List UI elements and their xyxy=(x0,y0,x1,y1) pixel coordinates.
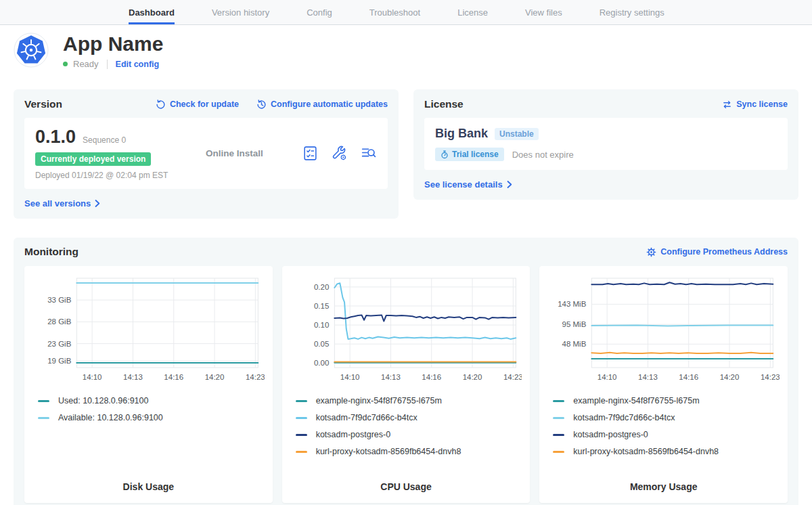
svg-text:14:10: 14:10 xyxy=(340,373,359,381)
svg-text:14:23: 14:23 xyxy=(503,373,522,381)
svg-text:14:16: 14:16 xyxy=(164,373,183,381)
legend-label: kotsadm-postgres-0 xyxy=(316,430,390,439)
license-card-title: License xyxy=(424,98,464,110)
legend-item: Used: 10.128.0.96:9100 xyxy=(38,396,265,405)
legend-label: kotsadm-7f9dc7d66c-b4tcx xyxy=(316,413,418,422)
svg-text:0.05: 0.05 xyxy=(314,340,329,348)
configure-automatic-updates-label: Configure automatic updates xyxy=(271,100,388,109)
clock-arrow-icon xyxy=(256,100,267,110)
check-for-update-label: Check for update xyxy=(170,100,239,109)
memory-usage-chart: 143 MiB95 MiB48 MiB14:1014:1314:1614:201… xyxy=(547,273,780,385)
version-number: 0.1.0 xyxy=(35,127,76,148)
tab-version-history[interactable]: Version history xyxy=(212,0,269,24)
current-version-box: 0.1.0 Sequence 0 Currently deployed vers… xyxy=(24,118,388,189)
legend-item: kotsadm-7f9dc7d66c-b4tcx xyxy=(296,413,522,422)
tab-dashboard[interactable]: Dashboard xyxy=(129,0,175,24)
status-text: Ready xyxy=(73,59,99,69)
chart-title: Memory Usage xyxy=(547,481,780,503)
sync-icon xyxy=(722,100,732,110)
legend-swatch xyxy=(553,417,564,419)
svg-text:14:13: 14:13 xyxy=(123,373,143,381)
cpu-usage-chart: 0.200.150.100.050.0014:1014:1314:1614:20… xyxy=(290,273,522,385)
svg-text:14:20: 14:20 xyxy=(205,373,225,381)
chart-card-cpu: 0.200.150.100.050.0014:1014:1314:1614:20… xyxy=(282,266,531,503)
tab-config[interactable]: Config xyxy=(307,0,332,24)
legend-item: Available: 10.128.0.96:9100 xyxy=(38,413,265,422)
legend-swatch xyxy=(296,400,307,402)
legend-swatch xyxy=(296,451,307,453)
svg-text:14:16: 14:16 xyxy=(679,373,699,381)
trial-license-label: Trial license xyxy=(452,150,499,159)
license-card: License Sync license xyxy=(413,89,798,200)
svg-text:19 GiB: 19 GiB xyxy=(47,357,71,365)
disk-usage-chart: 33 GiB28 GiB23 GiB19 GiB14:1014:1314:161… xyxy=(32,273,265,385)
monitoring-section: Monitoring xyxy=(14,238,798,505)
legend-label: kurl-proxy-kotsadm-8569fb6454-dnvh8 xyxy=(316,447,461,456)
svg-text:14:23: 14:23 xyxy=(761,373,780,381)
check-for-update-link[interactable]: Check for update xyxy=(156,100,239,110)
edit-config-wrench-icon[interactable] xyxy=(331,145,348,162)
svg-text:14:20: 14:20 xyxy=(720,373,740,381)
see-all-versions-link[interactable]: See all versions xyxy=(24,198,100,208)
svg-text:14:16: 14:16 xyxy=(422,373,441,381)
legend-swatch xyxy=(553,400,564,402)
tab-license[interactable]: License xyxy=(457,0,488,24)
version-sequence: Sequence 0 xyxy=(83,135,126,145)
legend-item: kotsadm-7f9dc7d66c-b4tcx xyxy=(553,413,780,422)
install-type: Online Install xyxy=(183,148,302,158)
legend-swatch xyxy=(553,451,564,453)
legend-item: kotsadm-postgres-0 xyxy=(553,430,780,439)
charts-row: 33 GiB28 GiB23 GiB19 GiB14:1014:1314:161… xyxy=(24,266,788,503)
svg-text:14:10: 14:10 xyxy=(83,373,102,381)
tab-registry-settings[interactable]: Registry settings xyxy=(600,0,664,24)
see-license-details-label: See license details xyxy=(424,179,503,190)
disk-legend: Used: 10.128.0.96:9100Available: 10.128.… xyxy=(38,396,265,422)
chevron-right-icon xyxy=(95,200,100,207)
cards-row: Version Check for update xyxy=(14,89,798,219)
chart-title: CPU Usage xyxy=(290,481,522,503)
svg-text:14:20: 14:20 xyxy=(462,373,482,381)
tab-view-files[interactable]: View files xyxy=(525,0,562,24)
legend-label: example-nginx-54f8f76755-l675m xyxy=(316,396,442,405)
legend-item: kotsadm-postgres-0 xyxy=(296,430,522,439)
app-header: App Name Ready Edit config xyxy=(14,32,798,69)
view-logs-icon[interactable] xyxy=(360,145,377,162)
sync-license-link[interactable]: Sync license xyxy=(722,100,788,110)
svg-text:0.15: 0.15 xyxy=(314,302,329,310)
svg-text:0.20: 0.20 xyxy=(314,283,329,291)
svg-text:28 GiB: 28 GiB xyxy=(47,317,71,326)
see-license-details-link[interactable]: See license details xyxy=(424,179,512,190)
status-dot xyxy=(63,62,68,66)
configure-prometheus-link[interactable]: Configure Prometheus Address xyxy=(646,247,788,257)
see-all-versions-label: See all versions xyxy=(24,198,91,208)
chevron-right-icon xyxy=(507,181,512,188)
kubernetes-logo xyxy=(14,32,49,68)
edit-config-link[interactable]: Edit config xyxy=(116,60,160,69)
legend-swatch xyxy=(38,417,49,419)
legend-item: kurl-proxy-kotsadm-8569fb6454-dnvh8 xyxy=(296,447,522,456)
svg-text:0.00: 0.00 xyxy=(314,359,329,367)
version-card-title: Version xyxy=(24,98,62,110)
configure-prometheus-label: Configure Prometheus Address xyxy=(660,247,788,257)
legend-label: Used: 10.128.0.96:9100 xyxy=(58,396,148,405)
legend-label: kurl-proxy-kotsadm-8569fb6454-dnvh8 xyxy=(573,447,719,456)
legend-swatch xyxy=(296,417,307,419)
preflight-checks-icon[interactable] xyxy=(302,145,319,162)
version-card: Version Check for update xyxy=(14,89,399,219)
dashboard-page: App Name Ready Edit config Version xyxy=(0,32,812,505)
tab-troubleshoot[interactable]: Troubleshoot xyxy=(369,0,420,24)
svg-text:14:13: 14:13 xyxy=(638,373,658,381)
legend-label: kotsadm-7f9dc7d66c-b4tcx xyxy=(573,413,675,422)
configure-automatic-updates-link[interactable]: Configure automatic updates xyxy=(256,100,388,110)
license-expiry: Does not expire xyxy=(512,150,574,160)
legend-item: kurl-proxy-kotsadm-8569fb6454-dnvh8 xyxy=(553,447,780,456)
sync-license-label: Sync license xyxy=(736,100,788,109)
channel-badge: Unstable xyxy=(495,128,539,140)
app-title: App Name xyxy=(63,32,163,55)
svg-text:95 MiB: 95 MiB xyxy=(562,320,587,328)
legend-item: example-nginx-54f8f76755-l675m xyxy=(553,396,780,405)
currently-deployed-badge: Currently deployed version xyxy=(35,152,151,166)
chart-card-memory: 143 MiB95 MiB48 MiB14:1014:1314:1614:201… xyxy=(539,266,788,503)
svg-text:14:23: 14:23 xyxy=(246,373,265,381)
nav-tabs: DashboardVersion historyConfigTroublesho… xyxy=(0,0,812,24)
